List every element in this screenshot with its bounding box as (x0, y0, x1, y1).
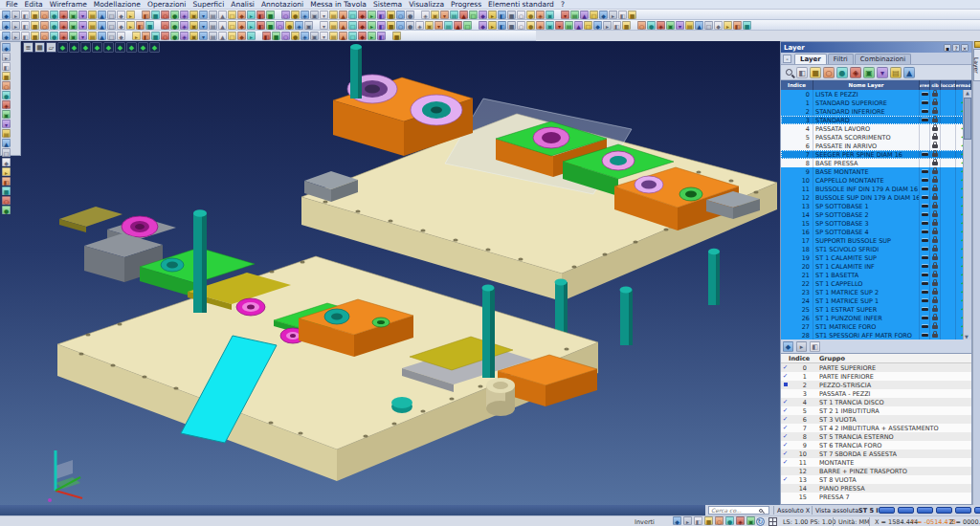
toolbar-icon[interactable]: ■ (266, 21, 275, 30)
toolbar-icon[interactable]: □ (228, 32, 236, 40)
toolbar-icon[interactable]: ▾ (877, 67, 888, 78)
toolbar-icon[interactable]: ◧ (612, 21, 621, 30)
layer-row[interactable]: 8BASE PRESSA✓ (781, 159, 971, 167)
tab-filtri[interactable]: Filtri (828, 54, 854, 64)
toolbar-icon[interactable]: ○ (637, 21, 646, 30)
toolbar-icon[interactable]: ▾ (78, 21, 87, 30)
toolbar-icon[interactable]: ▾ (199, 11, 208, 19)
layer-row[interactable]: 2STANDARD INFERIORE✓ (781, 107, 971, 116)
toolbar-icon[interactable]: ■ (507, 21, 516, 30)
toolbar-icon[interactable]: ▲ (98, 11, 106, 19)
layer-blocked-cell[interactable] (941, 210, 956, 219)
group-row[interactable]: 15PRESSA 7 (781, 493, 971, 501)
layer-lock-cell[interactable] (930, 90, 941, 99)
layer-row[interactable]: 20ST 1 CALAMITE INF✓ (781, 262, 971, 271)
layer-row[interactable]: 27ST1 MATRICE FORO✓ (781, 322, 971, 331)
toolbar-icon[interactable]: ▲ (339, 11, 347, 19)
toolbar-icon[interactable]: ▾ (320, 32, 328, 40)
layer-blocked-cell[interactable] (941, 185, 956, 193)
toolbar-icon[interactable]: ▣ (425, 21, 434, 30)
scroll-down-icon[interactable]: ▼ (965, 334, 969, 340)
layer-row[interactable]: 5PASSATA SCORRIMENTO✓ (781, 133, 971, 142)
layer-row[interactable]: 7SEEGER PER SPINE DIAM 16✓ (781, 150, 971, 159)
toolbar-icon[interactable]: ▣ (189, 32, 198, 40)
toolbar-icon[interactable]: ◆ (117, 21, 125, 30)
toolbar-icon[interactable]: ▾ (676, 21, 684, 30)
toolbar-icon[interactable]: ○ (396, 21, 405, 30)
toolbar-icon[interactable]: ◆ (117, 32, 125, 40)
toolbar-icon[interactable]: ■ (392, 32, 401, 40)
toolbar-icon[interactable]: ○ (161, 32, 169, 40)
toolbar-icon[interactable]: ◧ (2, 177, 11, 186)
layer-panel-titlebar[interactable]: Layer ▪?× (781, 42, 971, 53)
toolbar-icon[interactable]: ▤ (88, 21, 97, 30)
toolbar-icon[interactable]: ○ (517, 21, 525, 30)
layer-blocked-cell[interactable] (941, 253, 956, 262)
toolbar-icon[interactable]: ▸ (368, 21, 376, 30)
layer-visible-cell[interactable] (920, 107, 930, 116)
toolbar-icon[interactable]: ◈ (59, 32, 68, 40)
toolbar-icon[interactable]: ○ (40, 32, 49, 40)
toolbar-icon[interactable]: ▾ (320, 21, 328, 30)
toolbar-icon[interactable]: ▣ (863, 67, 875, 78)
toolbar-icon[interactable]: ■ (2, 186, 11, 195)
group-row[interactable]: ✓13ST 8 VUOTA (781, 475, 971, 484)
layer-row[interactable]: 11BUSSOLE INF DIN 179 A DIAM 16 X 28✓ (781, 185, 971, 193)
layer-lock-cell[interactable] (930, 279, 941, 288)
layer-row[interactable]: 4PASSATA LAVORO✓ (781, 124, 971, 133)
toolbar-icon[interactable]: ● (526, 21, 535, 30)
layer-blocked-cell[interactable] (941, 202, 956, 210)
layer-lock-cell[interactable] (930, 202, 941, 210)
toolbar-icon[interactable]: ◧ (142, 32, 150, 40)
view-icon[interactable]: ◆ (103, 42, 114, 53)
toolbar-icon[interactable]: ▲ (454, 21, 462, 30)
toolbar-icon[interactable]: ▸ (488, 11, 497, 19)
toolbar-icon[interactable]: ◧ (256, 11, 265, 19)
toolbar-icon[interactable]: ◈ (295, 21, 303, 30)
toolbar-icon[interactable]: ◈ (301, 11, 309, 19)
toolbar-icon[interactable]: ● (50, 32, 58, 40)
toolbar-icon[interactable]: ▸ (247, 11, 256, 19)
layer-blocked-cell[interactable] (941, 279, 956, 288)
toolbar-icon[interactable]: ■ (622, 21, 631, 30)
toolbar-icon[interactable]: ▣ (189, 21, 198, 30)
toolbar-icon[interactable]: ◆ (2, 32, 11, 40)
toolbar-icon[interactable]: ○ (715, 516, 724, 525)
toolbar-icon[interactable]: ▸ (126, 11, 135, 19)
toolbar-icon[interactable]: ▤ (329, 21, 338, 30)
toolbar-icon[interactable]: ● (2, 206, 11, 214)
layer-row[interactable]: 22ST 1 CAPPELLO✓ (781, 279, 971, 288)
search-layers-icon[interactable] (786, 69, 792, 76)
grid-icon[interactable] (768, 517, 777, 526)
layer-visible-cell[interactable] (920, 133, 930, 142)
layer-row[interactable]: 21ST 1 BASETTA✓ (781, 271, 971, 279)
scroll-thumb[interactable] (964, 98, 971, 140)
toolbar-icon[interactable]: ■ (387, 11, 395, 19)
toolbar-icon[interactable]: ◆ (479, 21, 487, 30)
layer-blocked-cell[interactable] (941, 245, 956, 253)
layer-lock-cell[interactable] (930, 142, 941, 150)
group-row[interactable]: ✓5ST 2 1 IMBUTITURA (781, 406, 971, 415)
toolbar-icon[interactable]: ▲ (2, 139, 11, 147)
toolbar-icon[interactable]: ● (170, 32, 179, 40)
close-button[interactable]: × (961, 44, 969, 52)
toolbar-icon[interactable]: ● (50, 21, 58, 30)
toolbar-icon[interactable]: ◈ (736, 516, 745, 525)
toolbar-icon[interactable]: ◧ (796, 67, 808, 78)
menu-edita[interactable]: Edita (22, 0, 46, 10)
layer-blocked-cell[interactable] (941, 322, 956, 331)
toolbar-icon[interactable]: ○ (396, 11, 405, 19)
layer-blocked-cell[interactable] (941, 331, 956, 340)
layer-blocked-cell[interactable] (941, 228, 956, 236)
toolbar-icon[interactable]: □ (107, 32, 116, 40)
toolbar-icon[interactable]: ▤ (329, 11, 338, 19)
toolbar-icon[interactable]: ■ (628, 11, 636, 19)
collapse-button[interactable]: - (783, 55, 791, 63)
toolbar-icon[interactable]: ▤ (890, 67, 902, 78)
toolbar-icon[interactable]: ■ (266, 11, 275, 19)
layer-blocked-cell[interactable] (941, 116, 956, 124)
toolbar-icon[interactable]: ◆ (714, 21, 723, 30)
layer-lock-cell[interactable] (930, 314, 941, 322)
toolbar-icon[interactable]: □ (2, 148, 11, 157)
toolbar-icon[interactable]: ◧ (377, 11, 386, 19)
